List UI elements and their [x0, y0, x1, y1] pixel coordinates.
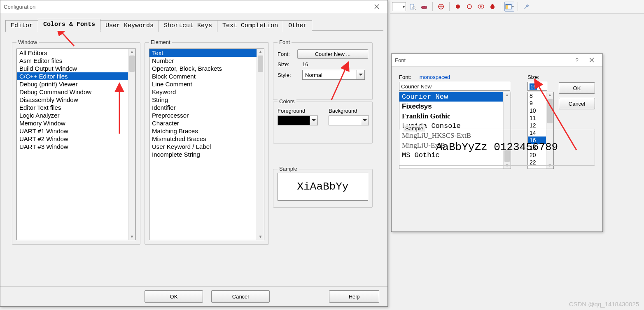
configuration-dialog: Configuration EditorColors & FontsUser K…: [0, 0, 388, 307]
tab-other[interactable]: Other: [283, 20, 312, 32]
style-value: Normal: [303, 72, 357, 78]
ok-button[interactable]: OK: [145, 290, 203, 303]
font-field-label: Font:: [399, 74, 411, 80]
list-item[interactable]: Asm Editor files: [17, 57, 128, 65]
list-item[interactable]: 10: [528, 107, 546, 114]
config-title: Configuration: [4, 4, 35, 10]
layout-toggle-icon[interactable]: ▾: [504, 2, 514, 12]
list-item[interactable]: Preprocessor: [149, 111, 257, 119]
tab-text-completion[interactable]: Text Completion: [217, 20, 283, 32]
config-tabstrip: EditorColors & FontsUser KeywordsShortcu…: [5, 18, 383, 31]
sample-preview: XiAaBbYy: [278, 173, 368, 201]
help-button[interactable]: Help: [329, 290, 379, 303]
list-item[interactable]: C/C++ Editor files: [17, 72, 128, 80]
list-item[interactable]: Debug Command Window: [17, 88, 128, 96]
tab-shortcut-keys[interactable]: Shortcut Keys: [159, 20, 217, 32]
tab-colors-fonts[interactable]: Colors & Fonts: [38, 19, 100, 31]
list-item[interactable]: Keyword: [149, 88, 257, 96]
list-item[interactable]: Franklin Gothic: [399, 111, 503, 121]
record-hollow-icon[interactable]: [464, 2, 474, 12]
element-legend: Element: [149, 39, 172, 45]
list-item[interactable]: Disassembly Window: [17, 96, 128, 104]
chevron-down-icon[interactable]: [310, 116, 317, 125]
list-item[interactable]: Block Comment: [149, 72, 257, 80]
font-legend: Font: [278, 39, 292, 45]
size-input[interactable]: 16: [527, 82, 547, 91]
list-item[interactable]: Mismatched Braces: [149, 135, 257, 143]
list-item[interactable]: Incomplete String: [149, 150, 257, 158]
scrollbar[interactable]: ▲ ▼: [257, 49, 264, 240]
list-item[interactable]: UART #1 Window: [17, 127, 128, 135]
scroll-down-icon[interactable]: ▼: [259, 235, 263, 239]
list-item[interactable]: Character: [149, 119, 257, 127]
target-icon[interactable]: [436, 2, 446, 12]
list-item[interactable]: Courier New: [399, 92, 503, 102]
cancel-button[interactable]: Cancel: [559, 98, 595, 109]
scrollbar[interactable]: ▲ ▼: [128, 49, 135, 240]
chevron-down-icon[interactable]: [357, 70, 364, 79]
toolbar-dropdown[interactable]: [392, 2, 406, 11]
window-listbox[interactable]: All EditorsAsm Editor filesBuild Output …: [16, 49, 136, 240]
list-item[interactable]: Fixedsys: [399, 102, 503, 111]
list-item[interactable]: Identifier: [149, 104, 257, 111]
list-item[interactable]: User Keyword / Label: [149, 143, 257, 150]
config-titlebar: Configuration: [0, 0, 387, 13]
wrench-icon[interactable]: [521, 2, 531, 12]
tab-user-keywords[interactable]: User Keywords: [100, 20, 159, 32]
ok-button[interactable]: OK: [559, 82, 595, 94]
list-item[interactable]: UART #2 Window: [17, 135, 128, 143]
list-item[interactable]: Line Comment: [149, 80, 257, 88]
list-item[interactable]: Text: [149, 49, 257, 57]
list-item[interactable]: Operator, Block, Brackets: [149, 65, 257, 72]
font-picker-button[interactable]: Courier New ...: [297, 49, 368, 59]
close-icon[interactable]: [584, 55, 599, 65]
list-item[interactable]: Debug (printf) Viewer: [17, 80, 128, 88]
help-icon[interactable]: ?: [569, 55, 584, 65]
scroll-down-icon[interactable]: ▼: [130, 235, 134, 239]
font-sample-group: Sample AaBbYyZz 0123456789: [399, 129, 595, 166]
list-item[interactable]: 12: [528, 122, 546, 129]
list-item[interactable]: Editor Text files: [17, 104, 128, 111]
font-name-input[interactable]: [399, 82, 510, 91]
doc-search-icon[interactable]: [408, 2, 418, 12]
separator-icon: [449, 2, 450, 11]
scroll-up-icon[interactable]: ▲: [548, 93, 552, 97]
list-item[interactable]: Number: [149, 57, 257, 65]
foreground-color-picker[interactable]: [278, 116, 318, 125]
list-item[interactable]: Build Output Window: [17, 65, 128, 72]
tab-editor[interactable]: Editor: [5, 20, 38, 32]
list-item[interactable]: Matching Braces: [149, 127, 257, 135]
window-legend: Window: [16, 39, 39, 45]
font-label: Font:: [278, 51, 293, 57]
element-listbox[interactable]: TextNumberOperator, Block, BracketsBlock…: [149, 49, 264, 240]
background-color-picker[interactable]: [329, 116, 369, 125]
list-item[interactable]: All Editors: [17, 49, 128, 57]
svg-point-9: [467, 5, 471, 9]
list-item[interactable]: Logic Analyzer: [17, 111, 128, 119]
chevron-down-icon[interactable]: [361, 116, 369, 125]
list-item[interactable]: String: [149, 96, 257, 104]
svg-line-2: [415, 9, 416, 10]
list-item[interactable]: 11: [528, 114, 546, 122]
cancel-button[interactable]: Cancel: [211, 290, 270, 303]
scroll-up-icon[interactable]: ▲: [259, 50, 263, 54]
list-item[interactable]: 9: [528, 99, 546, 107]
list-item[interactable]: Memory Window: [17, 119, 128, 127]
scroll-up-icon[interactable]: ▲: [130, 50, 134, 54]
list-item[interactable]: UART #3 Window: [17, 143, 128, 150]
font-hint-link[interactable]: monospaced: [420, 74, 450, 80]
close-icon[interactable]: [369, 1, 384, 12]
bug-red-icon[interactable]: [488, 2, 497, 12]
svg-point-8: [456, 5, 460, 9]
binoculars-icon[interactable]: [419, 2, 429, 12]
style-combobox[interactable]: Normal: [302, 70, 365, 80]
colors-legend: Colors: [278, 98, 296, 104]
scroll-up-icon[interactable]: ▲: [505, 93, 509, 97]
svg-rect-16: [506, 5, 508, 9]
linked-circles-icon[interactable]: [476, 2, 486, 12]
font-sample-legend: Sample: [404, 125, 425, 132]
record-red-icon[interactable]: [453, 2, 463, 12]
style-label: Style:: [278, 72, 298, 78]
font-dialog-title: Font: [395, 57, 406, 63]
list-item[interactable]: 8: [528, 92, 546, 99]
